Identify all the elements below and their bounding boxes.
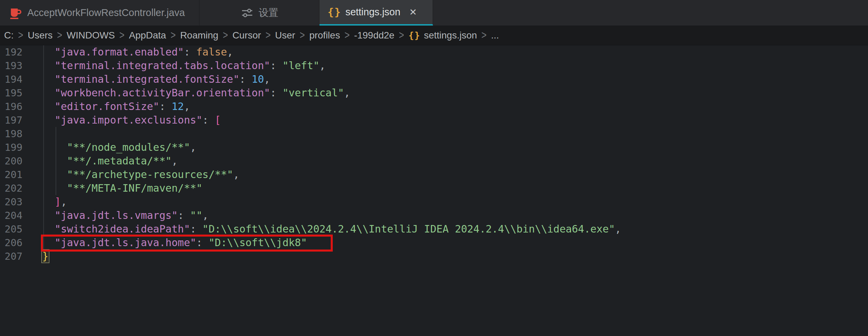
code-line-content: "java.jdt.ls.vmargs": "", bbox=[42, 209, 209, 222]
tab-bar: AcceptWorkFlowRestController.java 设置 {} … bbox=[0, 0, 868, 26]
line-number: 192 bbox=[0, 45, 23, 59]
editor-window: AcceptWorkFlowRestController.java 设置 {} … bbox=[0, 0, 868, 336]
tab-label: settings.json bbox=[345, 6, 400, 18]
code-line-content: ], bbox=[42, 195, 67, 209]
line-number: 195 bbox=[0, 86, 23, 100]
code-lines: 192 "java.format.enabled": false,193 "te… bbox=[0, 45, 868, 263]
chevron-right-icon: > bbox=[119, 29, 124, 42]
line-number: 199 bbox=[0, 141, 23, 154]
code-line-content: "java.format.enabled": false, bbox=[42, 45, 233, 59]
code-line-content: "**/node_modules/**", bbox=[42, 141, 196, 154]
line-number: 201 bbox=[0, 168, 23, 181]
code-line[interactable]: 207} bbox=[0, 250, 868, 263]
code-line[interactable]: 200 "**/.metadata/**", bbox=[0, 154, 868, 168]
code-line[interactable]: 205 "switch2idea.ideaPath": "D:\\soft\\i… bbox=[0, 222, 868, 236]
code-line[interactable]: 197 "java.import.exclusions": [ bbox=[0, 113, 868, 127]
code-line-content: "terminal.integrated.tabs.location": "le… bbox=[42, 59, 326, 73]
chevron-right-icon: > bbox=[57, 29, 62, 42]
json-braces-icon: {} bbox=[328, 6, 341, 18]
code-line[interactable]: 195 "workbench.activityBar.orientation":… bbox=[0, 86, 868, 100]
code-line-content: "**/.metadata/**", bbox=[42, 154, 178, 168]
code-line[interactable]: 203 ], bbox=[0, 195, 868, 209]
line-number: 204 bbox=[0, 209, 23, 222]
code-line[interactable]: 198 bbox=[0, 127, 868, 141]
line-number: 207 bbox=[0, 250, 23, 263]
chevron-right-icon: > bbox=[300, 29, 305, 42]
code-line[interactable]: 196 "editor.fontSize": 12, bbox=[0, 100, 868, 113]
chevron-right-icon: > bbox=[344, 29, 349, 42]
line-number: 203 bbox=[0, 195, 23, 209]
code-line[interactable]: 201 "**/archetype-resources/**", bbox=[0, 168, 868, 181]
code-line-content: "editor.fontSize": 12, bbox=[42, 100, 190, 113]
tab-settings-json[interactable]: {} settings.json ✕ bbox=[319, 0, 433, 26]
line-number: 193 bbox=[0, 59, 23, 73]
editor-code-area[interactable]: 192 "java.format.enabled": false,193 "te… bbox=[0, 45, 868, 336]
line-number: 206 bbox=[0, 236, 23, 250]
chevron-right-icon: > bbox=[399, 29, 404, 42]
breadcrumb-item[interactable]: C: bbox=[4, 30, 14, 41]
chevron-right-icon: > bbox=[481, 29, 487, 42]
breadcrumb: C:>Users>WINDOWS>AppData>Roaming>Cursor>… bbox=[0, 26, 868, 45]
line-number: 194 bbox=[0, 73, 23, 86]
breadcrumb-item[interactable]: profiles bbox=[309, 30, 340, 41]
chevron-right-icon: > bbox=[170, 29, 176, 42]
tab-accept-workflow-rest-controller[interactable]: AcceptWorkFlowRestController.java bbox=[0, 0, 199, 26]
line-number: 200 bbox=[0, 154, 23, 168]
chevron-right-icon: > bbox=[223, 29, 228, 42]
breadcrumb-item[interactable]: AppData bbox=[129, 30, 166, 41]
breadcrumb-item[interactable]: ... bbox=[491, 30, 499, 41]
code-line[interactable]: 192 "java.format.enabled": false, bbox=[0, 45, 868, 59]
code-line-content: "terminal.integrated.fontSize": 10, bbox=[42, 73, 270, 86]
line-number: 196 bbox=[0, 100, 23, 113]
code-line[interactable]: 204 "java.jdt.ls.vmargs": "", bbox=[0, 209, 868, 222]
java-file-icon bbox=[8, 6, 23, 20]
breadcrumb-item[interactable]: Roaming bbox=[180, 30, 218, 41]
breadcrumb-item[interactable]: settings.json bbox=[424, 30, 477, 41]
breadcrumb-item[interactable]: User bbox=[275, 30, 295, 41]
chevron-right-icon: > bbox=[18, 29, 23, 42]
line-number: 198 bbox=[0, 127, 23, 141]
chevron-right-icon: > bbox=[266, 29, 271, 42]
code-line[interactable]: 202 "**/META-INF/maven/**" bbox=[0, 181, 868, 195]
breadcrumb-item[interactable]: Users bbox=[28, 30, 53, 41]
breadcrumb-item[interactable]: WINDOWS bbox=[67, 30, 115, 41]
tab-label: 设置 bbox=[259, 6, 279, 20]
code-line[interactable]: 194 "terminal.integrated.fontSize": 10, bbox=[0, 73, 868, 86]
json-braces-icon: {} bbox=[408, 30, 420, 41]
close-icon[interactable]: ✕ bbox=[407, 6, 419, 18]
breadcrumb-item[interactable]: -199dd2e bbox=[354, 30, 394, 41]
line-number: 197 bbox=[0, 113, 23, 127]
line-number: 202 bbox=[0, 181, 23, 195]
line-number: 205 bbox=[0, 222, 23, 236]
tab-label: AcceptWorkFlowRestController.java bbox=[27, 7, 185, 18]
code-line-content: "java.import.exclusions": [ bbox=[42, 113, 221, 127]
code-line-content: } bbox=[42, 250, 48, 263]
breadcrumb-item[interactable]: Cursor bbox=[233, 30, 261, 41]
settings-sliders-icon bbox=[240, 6, 254, 20]
code-line[interactable]: 193 "terminal.integrated.tabs.location":… bbox=[0, 59, 868, 73]
code-line-content: "**/archetype-resources/**", bbox=[42, 168, 239, 181]
code-line-content: "switch2idea.ideaPath": "D:\\soft\\idea\… bbox=[42, 222, 621, 236]
code-line-content: "workbench.activityBar.orientation": "ve… bbox=[42, 86, 350, 100]
tab-settings-ui[interactable]: 设置 bbox=[199, 0, 319, 26]
red-highlight-box bbox=[41, 235, 333, 252]
code-line-content: "**/META-INF/maven/**" bbox=[42, 181, 203, 195]
code-line[interactable]: 199 "**/node_modules/**", bbox=[0, 141, 868, 154]
